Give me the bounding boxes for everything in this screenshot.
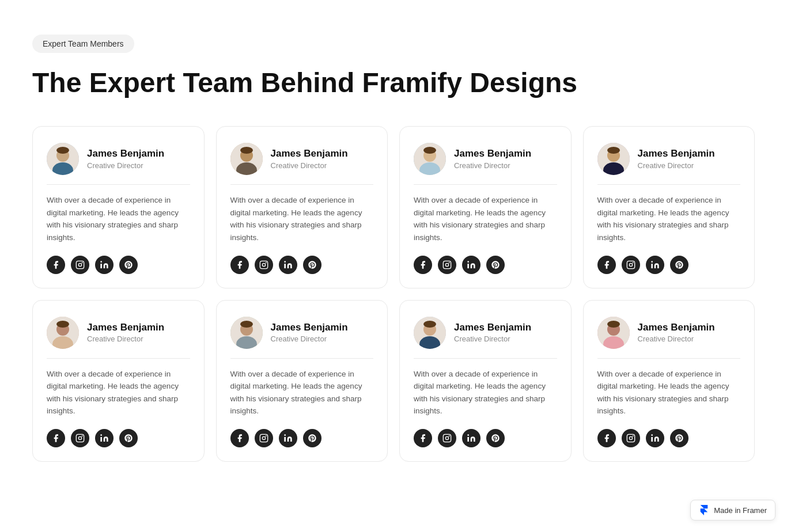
member-name: James Benjamin: [271, 322, 348, 333]
svg-rect-60: [627, 434, 634, 442]
linkedin-icon[interactable]: [95, 256, 113, 274]
svg-point-7: [100, 261, 102, 263]
linkedin-icon[interactable]: [95, 429, 113, 447]
instagram-icon[interactable]: [622, 429, 640, 447]
framer-logo-icon: [699, 505, 709, 515]
svg-point-22: [449, 262, 450, 263]
avatar: [597, 143, 630, 175]
pinterest-icon[interactable]: [119, 256, 138, 274]
member-bio: With over a decade of experience in digi…: [47, 368, 190, 417]
svg-point-5: [78, 263, 81, 266]
svg-point-13: [262, 263, 265, 266]
instagram-icon[interactable]: [255, 429, 273, 447]
instagram-icon[interactable]: [622, 256, 640, 274]
card-divider: [47, 184, 190, 185]
svg-point-31: [651, 261, 653, 263]
team-card: James Benjamin Creative Director With ov…: [399, 300, 572, 462]
card-divider: [597, 358, 741, 359]
member-role: Creative Director: [271, 335, 348, 343]
social-icons: [597, 429, 741, 447]
svg-rect-44: [260, 434, 267, 442]
svg-point-53: [445, 436, 448, 439]
svg-rect-28: [627, 261, 634, 268]
svg-point-3: [56, 147, 69, 154]
instagram-icon[interactable]: [438, 429, 456, 447]
instagram-icon[interactable]: [438, 256, 456, 274]
member-bio: With over a decade of experience in digi…: [47, 194, 190, 244]
svg-point-15: [284, 261, 286, 263]
card-divider: [230, 184, 374, 185]
social-icons: [597, 256, 741, 274]
svg-point-61: [629, 436, 632, 439]
facebook-icon[interactable]: [597, 429, 616, 447]
member-role: Creative Director: [638, 335, 715, 343]
social-icons: [414, 256, 557, 274]
linkedin-icon[interactable]: [462, 429, 480, 447]
svg-point-19: [423, 147, 436, 154]
avatar: [230, 143, 263, 175]
team-card: James Benjamin Creative Director With ov…: [216, 126, 388, 288]
facebook-icon[interactable]: [597, 256, 616, 274]
card-divider: [230, 358, 374, 359]
card-header: James Benjamin Creative Director: [414, 317, 557, 349]
instagram-icon[interactable]: [71, 429, 89, 447]
member-info: James Benjamin Creative Director: [87, 322, 164, 343]
linkedin-icon[interactable]: [279, 256, 297, 274]
facebook-icon[interactable]: [414, 256, 432, 274]
facebook-icon[interactable]: [230, 429, 249, 447]
member-info: James Benjamin Creative Director: [271, 148, 348, 169]
card-header: James Benjamin Creative Director: [230, 143, 374, 175]
linkedin-icon[interactable]: [462, 256, 480, 274]
facebook-icon[interactable]: [47, 429, 65, 447]
facebook-icon[interactable]: [414, 429, 432, 447]
svg-point-38: [82, 435, 83, 436]
pinterest-icon[interactable]: [303, 429, 321, 447]
pinterest-icon[interactable]: [119, 429, 138, 447]
svg-rect-4: [76, 261, 84, 268]
facebook-icon[interactable]: [47, 256, 65, 274]
instagram-icon[interactable]: [255, 256, 273, 274]
member-bio: With over a decade of experience in digi…: [414, 194, 557, 244]
page-title: The Expert Team Behind Framify Designs: [32, 67, 755, 98]
framer-label: Made in Framer: [714, 506, 767, 515]
card-divider: [47, 358, 190, 359]
pinterest-icon[interactable]: [670, 429, 688, 447]
member-info: James Benjamin Creative Director: [638, 322, 715, 343]
card-divider: [414, 358, 557, 359]
instagram-icon[interactable]: [71, 256, 89, 274]
pinterest-icon[interactable]: [486, 429, 505, 447]
linkedin-icon[interactable]: [279, 429, 297, 447]
svg-point-14: [265, 262, 266, 263]
svg-point-46: [265, 435, 266, 436]
linkedin-icon[interactable]: [646, 256, 664, 274]
facebook-icon[interactable]: [230, 256, 249, 274]
member-role: Creative Director: [87, 335, 164, 343]
linkedin-icon[interactable]: [646, 429, 664, 447]
svg-point-27: [607, 147, 620, 154]
card-header: James Benjamin Creative Director: [414, 143, 557, 175]
team-card: James Benjamin Creative Director With ov…: [399, 126, 572, 288]
avatar: [414, 317, 446, 349]
member-role: Creative Director: [271, 161, 348, 170]
svg-point-51: [423, 321, 436, 328]
svg-point-21: [445, 263, 448, 266]
member-bio: With over a decade of experience in digi…: [597, 368, 741, 417]
pinterest-icon[interactable]: [303, 256, 321, 274]
svg-rect-20: [443, 261, 451, 268]
team-card: James Benjamin Creative Director With ov…: [583, 126, 755, 288]
svg-point-37: [78, 436, 81, 439]
pinterest-icon[interactable]: [670, 256, 688, 274]
social-icons: [47, 429, 190, 447]
member-name: James Benjamin: [271, 148, 348, 159]
member-bio: With over a decade of experience in digi…: [597, 194, 741, 244]
svg-point-30: [632, 262, 633, 263]
card-header: James Benjamin Creative Director: [47, 143, 190, 175]
framer-badge: Made in Framer: [690, 500, 775, 520]
svg-rect-12: [260, 261, 267, 268]
svg-point-54: [449, 435, 450, 436]
member-info: James Benjamin Creative Director: [454, 148, 531, 169]
svg-point-39: [100, 434, 102, 436]
pinterest-icon[interactable]: [486, 256, 505, 274]
avatar: [414, 143, 446, 175]
svg-point-35: [56, 321, 69, 328]
